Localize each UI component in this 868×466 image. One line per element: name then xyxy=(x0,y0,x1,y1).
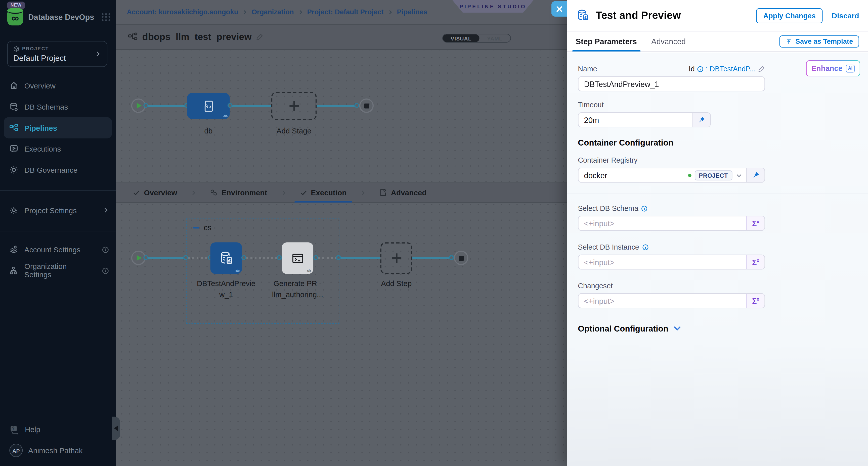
connector xyxy=(230,105,271,107)
custom-stage-icon xyxy=(201,99,216,113)
layers-gear-icon xyxy=(9,245,18,254)
app-logo-icon[interactable]: ∞ xyxy=(7,9,23,25)
add-step-button[interactable] xyxy=(380,242,412,274)
expression-sigma-icon: Σx xyxy=(752,258,759,266)
org-gear-icon xyxy=(9,266,18,275)
execution-end-node xyxy=(454,251,468,265)
breadcrumb-project[interactable]: Project: Default Project xyxy=(307,8,383,16)
connector-port xyxy=(336,255,341,260)
pipeline-canvas[interactable]: </> db Add Stage Overview Environment xyxy=(116,50,567,466)
home-icon xyxy=(9,81,18,90)
pencil-icon[interactable] xyxy=(256,33,264,41)
pipeline-end-node xyxy=(359,99,374,113)
sidebar-item-account-settings[interactable]: Account Settings xyxy=(0,239,116,260)
breadcrumb-account[interactable]: Account: kurosakiichigo.songoku xyxy=(127,8,238,16)
tab-label: Step Parameters xyxy=(576,37,637,46)
chevron-down-icon[interactable] xyxy=(736,172,742,178)
drawer-title: Test and Preview xyxy=(596,9,756,21)
pencil-icon[interactable] xyxy=(758,65,765,73)
stage-tab-advanced[interactable]: Advanced xyxy=(378,183,428,202)
save-as-template-button[interactable]: Save as Template xyxy=(779,35,859,47)
toggle-yaml[interactable]: YAML xyxy=(479,34,510,42)
pipeline-icon xyxy=(128,32,138,42)
stage-tab-label: Execution xyxy=(311,189,346,197)
avatar: AP xyxy=(9,444,23,457)
db-schema-expression-button[interactable]: Σx xyxy=(746,217,765,230)
add-stage-label[interactable]: Add Stage xyxy=(265,126,323,137)
stage-node-db[interactable]: </> xyxy=(187,93,230,119)
chevron-down-icon xyxy=(673,324,682,333)
db-instance-expression-button[interactable]: Σx xyxy=(746,255,765,269)
governance-gear-icon xyxy=(9,165,18,174)
connector xyxy=(341,257,380,259)
close-drawer-button[interactable] xyxy=(551,1,567,16)
sidebar-item-overview[interactable]: Overview xyxy=(0,75,116,96)
connector-port xyxy=(354,103,359,108)
info-icon xyxy=(102,267,109,274)
stage-tab-overview[interactable]: Overview xyxy=(132,183,178,202)
step-id-value[interactable]: : DBTestAndP... xyxy=(706,65,755,73)
step-label[interactable]: Generate PR - llm_authoring... xyxy=(266,278,330,300)
breadcrumb-pipelines[interactable]: Pipelines xyxy=(397,8,428,16)
connector-dotted xyxy=(318,257,338,259)
tab-advanced[interactable]: Advanced xyxy=(651,31,686,51)
plus-icon xyxy=(289,101,299,110)
pipeline-name: dbops_llm_test_preview xyxy=(142,31,252,42)
app-title: Database DevOps xyxy=(28,13,102,22)
step-group-header[interactable]: cs xyxy=(193,223,212,232)
timeout-input[interactable] xyxy=(579,113,692,127)
name-input[interactable] xyxy=(579,77,765,91)
chevron-right-icon xyxy=(280,190,286,196)
registry-fixed-value-button[interactable] xyxy=(746,168,765,182)
breadcrumb-organization[interactable]: Organization xyxy=(251,8,294,16)
module-grid-icon[interactable] xyxy=(102,13,110,21)
enhance-ai-button[interactable]: Enhance AI xyxy=(806,60,860,76)
step-label[interactable]: DBTestAndPreview_1 xyxy=(197,278,256,300)
changeset-input[interactable] xyxy=(579,294,746,308)
sidebar-item-help[interactable]: ? Help xyxy=(0,419,116,440)
stage-tab-environment[interactable]: Environment xyxy=(209,183,268,202)
clipboard-gear-icon xyxy=(379,189,387,197)
sidebar-item-organization-settings[interactable]: Organization Settings xyxy=(0,260,116,281)
sidebar-item-label: Account Settings xyxy=(24,245,81,254)
sidebar-item-pipelines[interactable]: Pipelines xyxy=(4,118,112,138)
discard-button[interactable]: Discard xyxy=(832,11,859,20)
sidebar-collapse-button[interactable] xyxy=(112,417,120,440)
add-stage-button[interactable] xyxy=(271,92,317,120)
step-group-cs[interactable] xyxy=(186,219,339,324)
step-node-generate-pr[interactable]: </> xyxy=(282,242,313,274)
save-as-template-label: Save as Template xyxy=(796,38,853,45)
connector-dotted xyxy=(246,257,280,259)
info-icon xyxy=(642,244,649,251)
expression-sigma-icon: Σx xyxy=(752,296,759,305)
stop-icon xyxy=(459,255,464,260)
user-menu[interactable]: AP Animesh Pathak xyxy=(0,440,116,461)
upload-icon xyxy=(785,38,792,45)
step-node-db-test-and-preview[interactable]: </> xyxy=(211,242,242,274)
chevron-right-icon xyxy=(102,207,109,213)
stage-label[interactable]: db xyxy=(187,126,230,137)
executions-icon xyxy=(9,144,18,153)
project-eyebrow-label: PROJECT xyxy=(22,46,49,52)
db-instance-input[interactable] xyxy=(579,255,746,269)
sidebar-item-executions[interactable]: Executions xyxy=(0,138,116,159)
sidebar-item-db-schemas[interactable]: DB Schemas xyxy=(0,96,116,118)
add-step-label[interactable]: Add Step xyxy=(368,278,425,289)
sidebar-item-db-governance[interactable]: DB Governance xyxy=(0,159,116,180)
db-schema-input[interactable] xyxy=(579,217,746,230)
sidebar-item-project-settings[interactable]: Project Settings xyxy=(0,200,116,221)
chevron-right-icon xyxy=(242,9,248,15)
toggle-visual[interactable]: VISUAL xyxy=(443,34,479,42)
plus-icon xyxy=(392,253,401,263)
tab-step-parameters[interactable]: Step Parameters xyxy=(576,31,637,51)
chevron-right-icon xyxy=(388,9,393,15)
apply-changes-button[interactable]: Apply Changes xyxy=(756,8,823,23)
changeset-expression-button[interactable]: Σx xyxy=(746,294,765,308)
stage-tab-execution[interactable]: Execution xyxy=(299,183,348,202)
visual-yaml-toggle: VISUAL YAML xyxy=(442,34,511,42)
timeout-fixed-value-button[interactable] xyxy=(692,113,710,127)
connector-port xyxy=(449,255,454,260)
container-registry-input[interactable] xyxy=(579,168,688,182)
project-selector[interactable]: PROJECT Default Project xyxy=(7,41,107,67)
optional-configuration-toggle[interactable]: Optional Configuration xyxy=(578,324,857,333)
